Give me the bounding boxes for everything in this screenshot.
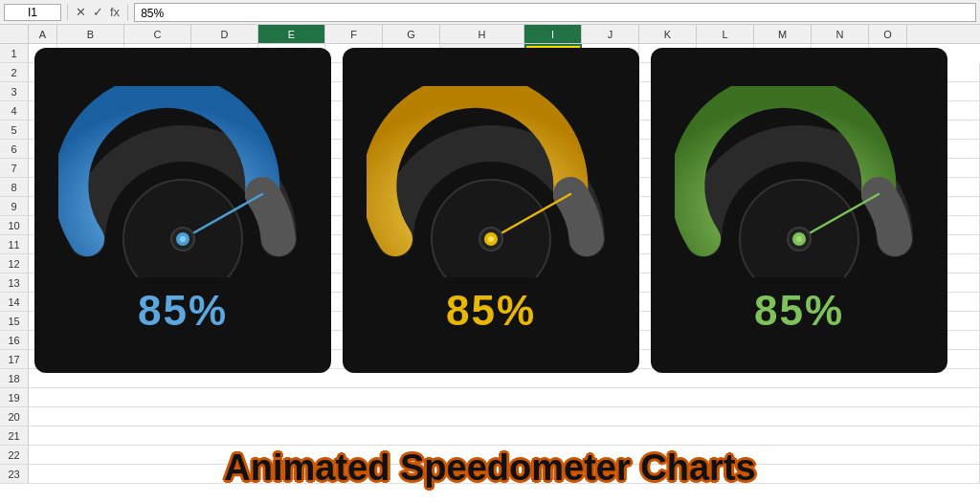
fx-icon[interactable]: fx	[108, 5, 122, 19]
col-header-i[interactable]: I	[524, 25, 582, 43]
grid-row-19: 19	[0, 388, 980, 407]
svg-point-5	[180, 236, 186, 242]
formula-separator	[67, 4, 68, 21]
row21-cells[interactable]	[29, 426, 980, 446]
formula-bar: ✕ ✓ fx 85%	[0, 0, 980, 25]
formula-input[interactable]: 85%	[134, 3, 976, 22]
col-header-h[interactable]: H	[440, 25, 524, 43]
cancel-icon[interactable]: ✕	[74, 5, 88, 19]
row-num-1: 1	[0, 44, 29, 63]
page-title: Animated Speedometer Charts	[0, 447, 980, 489]
speedometer-gold-label: 85%	[446, 287, 536, 335]
svg-point-17	[796, 236, 802, 242]
speedometer-gold-svg	[367, 86, 615, 306]
col-header-g[interactable]: G	[383, 25, 440, 43]
col-header-a[interactable]: A	[29, 25, 57, 43]
svg-point-11	[488, 236, 494, 242]
row20-cells[interactable]	[29, 407, 980, 426]
col-header-f[interactable]: F	[325, 25, 383, 43]
column-headers: A B C D E F G H I J K L M N O	[0, 25, 980, 44]
col-header-d[interactable]: D	[191, 25, 258, 43]
charts-container: 85%	[29, 42, 953, 379]
col-header-l[interactable]: L	[697, 25, 754, 43]
col-header-k[interactable]: K	[639, 25, 697, 43]
page-title-text: Animated Speedometer Charts	[224, 447, 755, 488]
corner-cell	[0, 25, 29, 43]
speedometer-green: 85%	[651, 48, 947, 373]
col-header-n[interactable]: N	[812, 25, 869, 43]
speedometer-blue: 85%	[34, 48, 331, 373]
speedometer-blue-label: 85%	[138, 287, 228, 335]
row19-cells[interactable]	[29, 388, 980, 407]
formula-separator2	[127, 4, 128, 21]
grid-row-20: 20	[0, 407, 980, 426]
speedometer-green-label: 85%	[754, 287, 844, 335]
confirm-icon[interactable]: ✓	[91, 5, 105, 19]
speedometer-gold: 85%	[343, 48, 639, 373]
grid-row-21: 21	[0, 426, 980, 446]
col-header-b[interactable]: B	[57, 25, 124, 43]
speedometer-blue-svg	[58, 86, 307, 306]
col-header-j[interactable]: J	[582, 25, 639, 43]
name-box[interactable]	[4, 4, 61, 21]
speedometer-green-svg	[675, 86, 924, 306]
col-header-c[interactable]: C	[124, 25, 191, 43]
col-header-m[interactable]: M	[754, 25, 812, 43]
col-header-e[interactable]: E	[258, 25, 325, 43]
formula-icons: ✕ ✓ fx	[74, 5, 122, 19]
col-header-o[interactable]: O	[869, 25, 907, 43]
